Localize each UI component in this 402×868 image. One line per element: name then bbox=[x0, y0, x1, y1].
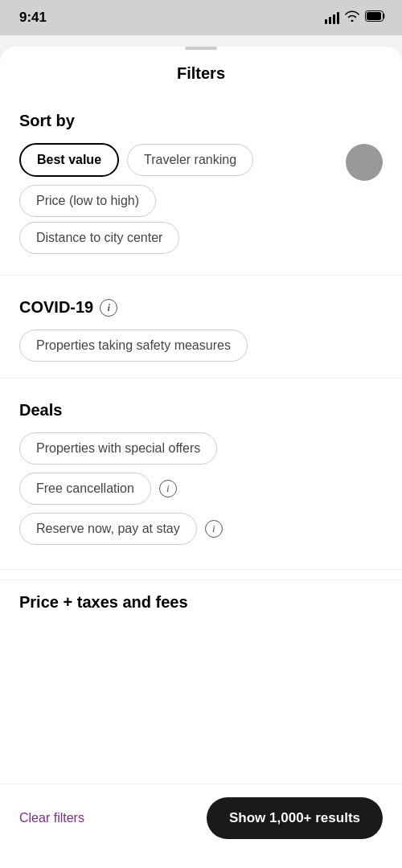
divider-3 bbox=[0, 569, 402, 570]
deals-option-special-offers[interactable]: Properties with special offers bbox=[19, 432, 217, 465]
covid-info-icon[interactable]: i bbox=[100, 299, 117, 317]
svg-rect-1 bbox=[367, 12, 381, 20]
sort-row-2: Price (low to high) bbox=[19, 185, 383, 217]
free-cancellation-info-icon[interactable]: i bbox=[159, 480, 177, 497]
sort-option-price-low-high[interactable]: Price (low to high) bbox=[19, 185, 156, 217]
status-bar: 9:41 bbox=[0, 0, 402, 35]
deals-option-special-offers-row: Properties with special offers bbox=[19, 432, 383, 465]
status-icons bbox=[325, 10, 386, 25]
deals-option-reserve-now-row: Reserve now, pay at stay i bbox=[19, 513, 383, 545]
covid-label: COVID-19 bbox=[19, 298, 93, 317]
main-card: Filters Sort by Best value Traveler rank… bbox=[0, 47, 402, 868]
deals-section: Deals Properties with special offers Fre… bbox=[0, 388, 402, 559]
clear-filters-button[interactable]: Clear filters bbox=[19, 811, 84, 825]
signal-icon bbox=[325, 12, 339, 24]
divider-2 bbox=[0, 378, 402, 379]
deals-option-free-cancellation[interactable]: Free cancellation bbox=[19, 473, 151, 505]
scroll-indicator bbox=[346, 144, 383, 181]
sort-row-3: Distance to city center bbox=[19, 222, 383, 254]
sort-option-distance[interactable]: Distance to city center bbox=[19, 222, 179, 254]
covid-safety-measures-option[interactable]: Properties taking safety measures bbox=[19, 330, 248, 362]
wifi-icon bbox=[344, 10, 360, 25]
bottom-bar: Clear filters Show 1,000+ results bbox=[0, 784, 402, 868]
covid-title: COVID-19 i bbox=[19, 298, 383, 317]
status-time: 9:41 bbox=[19, 10, 47, 26]
drag-handle[interactable] bbox=[185, 47, 217, 50]
price-section-title: Price + taxes and fees bbox=[19, 593, 383, 612]
page-title: Filters bbox=[177, 64, 225, 82]
battery-icon bbox=[365, 10, 386, 25]
sort-by-title: Sort by bbox=[19, 112, 383, 130]
deals-option-free-cancellation-row: Free cancellation i bbox=[19, 473, 383, 505]
deals-option-reserve-now[interactable]: Reserve now, pay at stay bbox=[19, 513, 197, 545]
deals-title: Deals bbox=[19, 401, 383, 420]
show-results-button[interactable]: Show 1,000+ results bbox=[207, 797, 383, 839]
deals-label: Deals bbox=[19, 401, 62, 420]
sort-row-1: Best value Traveler ranking bbox=[19, 143, 383, 177]
covid-section: COVID-19 i Properties taking safety meas… bbox=[0, 285, 402, 368]
reserve-now-info-icon[interactable]: i bbox=[205, 520, 223, 538]
price-section: Price + taxes and fees bbox=[0, 579, 402, 618]
sort-option-traveler-ranking[interactable]: Traveler ranking bbox=[127, 144, 253, 176]
sort-option-best-value[interactable]: Best value bbox=[19, 143, 119, 177]
sort-by-section: Sort by Best value Traveler ranking Pric… bbox=[0, 99, 402, 265]
header: Filters bbox=[0, 58, 402, 99]
divider-1 bbox=[0, 275, 402, 276]
